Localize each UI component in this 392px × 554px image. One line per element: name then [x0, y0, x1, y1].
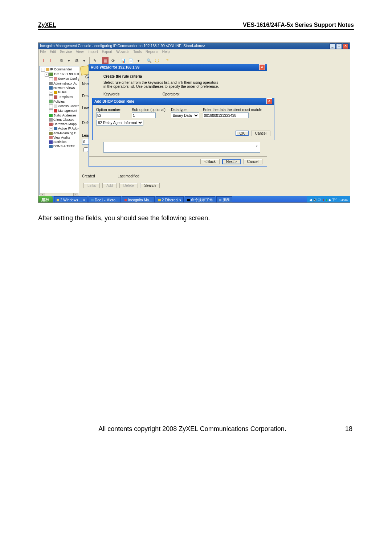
- links-button[interactable]: Links: [83, 183, 100, 188]
- add-dhcp-option-dialog: Add DHCP Option Rule X Option number: 82…: [92, 98, 274, 140]
- cancel-button[interactable]: Cancel: [251, 131, 270, 136]
- chevron-down-icon: ▾: [179, 198, 181, 202]
- sub-option-input[interactable]: [132, 112, 156, 118]
- clock: 下午 04:34: [332, 198, 348, 202]
- search-button[interactable]: Search: [140, 183, 160, 188]
- maximize-button[interactable]: □: [336, 44, 342, 49]
- taskbar-item[interactable]: Doc1 - Micro...: [89, 196, 121, 203]
- tree-item[interactable]: DDNS & TFTP I: [53, 144, 77, 148]
- taskbar-item[interactable]: 2 Ethereal▾: [156, 196, 184, 203]
- label-operators: Operators:: [163, 92, 180, 96]
- app-icon: [124, 199, 127, 201]
- chevron-down-icon[interactable]: ▾: [135, 57, 142, 64]
- tree-item[interactable]: Service Configu: [58, 77, 79, 81]
- label-sub-option: Sub-option (optional):: [132, 108, 168, 112]
- chevron-down-icon[interactable]: ▾: [81, 57, 87, 64]
- help-icon[interactable]: ?: [164, 57, 171, 64]
- tree-item[interactable]: Templates: [58, 95, 73, 99]
- tree-item[interactable]: Rules: [58, 90, 66, 94]
- option-number-input[interactable]: [96, 112, 120, 118]
- tree-item[interactable]: Anti-Roaming D: [53, 131, 77, 135]
- pencil-icon[interactable]: ✎: [91, 57, 98, 64]
- tool-1-icon[interactable]: I: [40, 57, 46, 64]
- tool-2-icon[interactable]: I: [48, 57, 54, 64]
- doc-icon[interactable]: 📄: [128, 57, 134, 64]
- label-option-number: Option number:: [96, 108, 129, 112]
- menu-file[interactable]: File: [40, 50, 46, 54]
- system-tray[interactable]: ◀ 🔊 🛡 ● ● ◆ 下午 04:34: [307, 196, 350, 203]
- menu-edit[interactable]: Edit: [50, 50, 56, 54]
- tray-icon[interactable]: ●: [326, 198, 327, 202]
- print-icon[interactable]: 🖶: [58, 57, 65, 64]
- taskbar-item[interactable]: 2 Windows ...▾: [54, 196, 87, 203]
- wizard-close-button[interactable]: X: [259, 64, 265, 70]
- tree-item[interactable]: Network Views: [53, 86, 75, 90]
- tree-item[interactable]: Management: [58, 109, 77, 112]
- match-data-input[interactable]: [203, 112, 249, 118]
- next-button[interactable]: Next >: [222, 159, 241, 164]
- tree-item[interactable]: View Audits: [53, 136, 70, 139]
- start-button[interactable]: 開始: [38, 196, 53, 203]
- menu-tools[interactable]: Tools: [133, 50, 142, 54]
- chart-icon[interactable]: 📊: [120, 57, 127, 64]
- services-icon: [219, 199, 221, 201]
- refresh-icon[interactable]: ⟳: [110, 57, 116, 64]
- label-last-modified: Last modified: [118, 174, 139, 178]
- tree-host[interactable]: 192.168.1.99 <ONL: [54, 72, 79, 76]
- tree-item[interactable]: Policies: [53, 100, 65, 103]
- unli-checkbox[interactable]: [83, 147, 88, 152]
- search-icon[interactable]: 🔍: [146, 57, 152, 64]
- tree-item[interactable]: Client Classes: [53, 118, 74, 122]
- tree-item[interactable]: Static Addresse: [53, 114, 76, 117]
- tree-item[interactable]: Hardware Mapp: [53, 122, 77, 126]
- minimize-button[interactable]: _: [330, 44, 335, 49]
- doc-title: VES-1616/24FA-5x Series Support Notes: [243, 22, 354, 28]
- menu-wizards[interactable]: Wizards: [116, 50, 129, 54]
- add-button[interactable]: Add: [102, 183, 117, 188]
- close-button[interactable]: X: [343, 44, 348, 49]
- ethereal-icon: [158, 199, 161, 201]
- menu-view[interactable]: View: [76, 50, 84, 54]
- taskbar: 開始 2 Windows ...▾ Doc1 - Micro... Incogn…: [38, 196, 350, 203]
- menu-import[interactable]: Import: [87, 50, 98, 54]
- wizard-text: Select rule criteria from the keywords l…: [103, 81, 260, 85]
- menu-bar: File Edit Service View Import Export Wiz…: [38, 49, 350, 56]
- tray-icon[interactable]: ●: [322, 198, 324, 202]
- chevron-down-icon[interactable]: ▾: [66, 57, 72, 64]
- data-type-select[interactable]: Binary Data: [171, 112, 199, 118]
- taskbar-item[interactable]: 服務: [216, 196, 232, 203]
- menu-service[interactable]: Service: [60, 50, 72, 54]
- grid-icon[interactable]: ▦: [102, 57, 109, 64]
- info-icon[interactable]: ⓘ: [154, 57, 160, 64]
- nav-tree[interactable]: -IP Commander -192.168.1.99 <ONL +Servic…: [39, 66, 79, 195]
- delete-button[interactable]: Delete: [119, 183, 138, 188]
- tray-icon[interactable]: ◀: [309, 198, 312, 202]
- tree-item[interactable]: Access Control: [58, 104, 79, 108]
- menu-export[interactable]: Export: [102, 50, 112, 54]
- tray-icon[interactable]: 🔊: [313, 198, 317, 202]
- folder-icon: [57, 199, 59, 201]
- menu-help[interactable]: Help: [162, 50, 170, 54]
- window-titlebar: Incognito Management Console - configuri…: [38, 43, 350, 49]
- tray-icon[interactable]: ◆: [328, 198, 331, 202]
- wizard-title: Rule Wizard for 192.168.1.99: [91, 64, 139, 71]
- tree-item[interactable]: Statistics: [53, 140, 66, 144]
- cancel-button[interactable]: Cancel: [243, 159, 262, 164]
- ok-button[interactable]: OK: [236, 131, 249, 136]
- tray-icon[interactable]: 🛡: [318, 198, 321, 202]
- dhcp-title: Add DHCP Option Rule: [94, 98, 134, 105]
- back-button[interactable]: < Back: [200, 159, 220, 164]
- copyright: All contents copyright 2008 ZyXEL Commun…: [98, 425, 286, 433]
- tree-root[interactable]: IP Commander: [50, 67, 72, 71]
- tree-scrollbar[interactable]: ‹ ›: [40, 193, 78, 196]
- chevron-down-icon[interactable]: ▾: [256, 144, 258, 148]
- menu-reports[interactable]: Reports: [146, 50, 158, 54]
- taskbar-item[interactable]: Incognito Ma...: [122, 196, 155, 203]
- taskbar-item[interactable]: 命令提示字元: [185, 196, 215, 203]
- relay-agent-select[interactable]: 82 Relay Agent Information: [96, 120, 143, 126]
- tree-item[interactable]: Administrator Ac: [53, 82, 77, 85]
- print2-icon[interactable]: 🖶: [73, 57, 80, 64]
- wizard-text: in the operators list. Use parantheses t…: [103, 85, 260, 89]
- tree-item[interactable]: Active IP Addre: [58, 127, 79, 130]
- dhcp-close-button[interactable]: X: [266, 98, 272, 104]
